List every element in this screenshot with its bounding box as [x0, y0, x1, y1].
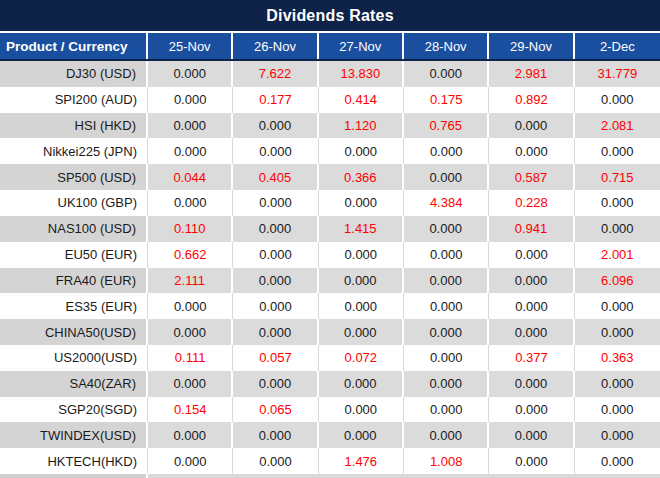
col-header-date: 26-Nov	[233, 33, 318, 59]
dividend-value-cell: 2.981	[489, 61, 574, 87]
col-header-date: 28-Nov	[404, 33, 489, 59]
page-title: Dividends Rates	[266, 7, 393, 25]
dividend-value-cell: 0.892	[489, 87, 574, 113]
product-cell: SA40(ZAR)	[0, 371, 148, 397]
dividend-value-cell: 0.000	[404, 371, 489, 397]
dividend-value-cell: 0.000	[233, 422, 318, 448]
dividend-value-cell: 0.057	[233, 345, 318, 371]
dividend-value-cell: 0.000	[404, 61, 489, 87]
dividend-value-cell: 0.000	[489, 397, 574, 423]
dividend-value-cell: 1.476	[319, 448, 404, 474]
table-row: SA40(ZAR)0.0000.0000.0000.0000.0000.000	[0, 371, 660, 397]
bottom-sliver-product-col	[0, 474, 148, 478]
dividend-value-cell: 0.000	[319, 293, 404, 319]
dividend-value-cell: 0.000	[404, 216, 489, 242]
dividend-value-cell: 13.830	[319, 61, 404, 87]
dividend-value-cell: 0.000	[233, 319, 318, 345]
table-row: EU50 (EUR)0.6620.0000.0000.0000.0002.001	[0, 242, 660, 268]
dividend-value-cell: 0.000	[489, 268, 574, 294]
dividend-value-cell: 0.405	[233, 164, 318, 190]
dividend-value-cell: 0.000	[148, 293, 233, 319]
dividend-value-cell: 0.000	[575, 293, 660, 319]
dividend-value-cell: 0.000	[319, 268, 404, 294]
table-row: DJ30 (USD)0.0007.62213.8300.0002.98131.7…	[0, 61, 660, 87]
dividend-value-cell: 1.415	[319, 216, 404, 242]
dividend-value-cell: 0.363	[575, 345, 660, 371]
dividend-value-cell: 0.000	[233, 268, 318, 294]
col-header-date: 27-Nov	[319, 33, 404, 59]
dividend-value-cell: 0.000	[148, 319, 233, 345]
product-cell: EU50 (EUR)	[0, 242, 148, 268]
dividend-value-cell: 0.000	[575, 397, 660, 423]
dividend-value-cell: 0.000	[233, 138, 318, 164]
bottom-sliver-data-cols	[148, 474, 660, 478]
dividend-value-cell: 0.000	[489, 113, 574, 139]
dividend-value-cell: 0.111	[148, 345, 233, 371]
dividend-value-cell: 0.000	[148, 371, 233, 397]
dividend-value-cell: 0.000	[404, 397, 489, 423]
title-bar: Dividends Rates	[0, 0, 660, 33]
dividend-value-cell: 0.000	[575, 216, 660, 242]
product-cell: SGP20(SGD)	[0, 397, 148, 423]
dividend-value-cell: 0.000	[148, 61, 233, 87]
bottom-edge-sliver	[0, 474, 660, 478]
col-header-product-currency: Product / Currency	[0, 33, 148, 59]
dividend-value-cell: 4.384	[404, 190, 489, 216]
dividend-value-cell: 0.000	[489, 319, 574, 345]
table-row: UK100 (GBP)0.0000.0000.0004.3840.2280.00…	[0, 190, 660, 216]
dividend-value-cell: 2.111	[148, 268, 233, 294]
dividend-value-cell: 0.000	[575, 371, 660, 397]
dividend-value-cell: 0.715	[575, 164, 660, 190]
dividend-value-cell: 0.000	[404, 268, 489, 294]
dividend-value-cell: 0.941	[489, 216, 574, 242]
dividend-value-cell: 0.000	[489, 293, 574, 319]
table-row: SPI200 (AUD)0.0000.1770.4140.1750.8920.0…	[0, 87, 660, 113]
table-row: TWINDEX(USD)0.0000.0000.0000.0000.0000.0…	[0, 422, 660, 448]
table-row: SGP20(SGD)0.1540.0650.0000.0000.0000.000	[0, 397, 660, 423]
product-cell: NAS100 (USD)	[0, 216, 148, 242]
dividend-value-cell: 0.000	[319, 190, 404, 216]
header-row: Product / Currency 25-Nov26-Nov27-Nov28-…	[0, 33, 660, 61]
dividend-value-cell: 0.044	[148, 164, 233, 190]
product-cell: TWINDEX(USD)	[0, 422, 148, 448]
dividend-value-cell: 0.000	[489, 422, 574, 448]
dividend-value-cell: 0.000	[233, 113, 318, 139]
dividend-value-cell: 6.096	[575, 268, 660, 294]
dividend-value-cell: 0.000	[233, 371, 318, 397]
table-body: DJ30 (USD)0.0007.62213.8300.0002.98131.7…	[0, 61, 660, 474]
dividend-value-cell: 0.154	[148, 397, 233, 423]
dividend-value-cell: 0.000	[575, 190, 660, 216]
dividend-value-cell: 0.000	[233, 293, 318, 319]
dividend-value-cell: 0.377	[489, 345, 574, 371]
table-row: US2000(USD)0.1110.0570.0720.0000.3770.36…	[0, 345, 660, 371]
product-cell: SP500 (USD)	[0, 164, 148, 190]
table-row: CHINA50(USD)0.0000.0000.0000.0000.0000.0…	[0, 319, 660, 345]
dividend-value-cell: 0.000	[489, 371, 574, 397]
dividend-value-cell: 0.000	[489, 448, 574, 474]
dividend-value-cell: 0.072	[319, 345, 404, 371]
dividend-value-cell: 0.000	[404, 138, 489, 164]
dividend-value-cell: 0.000	[148, 422, 233, 448]
dividend-value-cell: 1.120	[319, 113, 404, 139]
table-row: HSI (HKD)0.0000.0001.1200.7650.0002.081	[0, 113, 660, 139]
dividend-value-cell: 0.228	[489, 190, 574, 216]
dividend-value-cell: 7.622	[233, 61, 318, 87]
dividend-value-cell: 0.000	[575, 422, 660, 448]
table-row: Nikkei225 (JPN)0.0000.0000.0000.0000.000…	[0, 138, 660, 164]
dividend-value-cell: 0.000	[319, 138, 404, 164]
dividend-value-cell: 0.000	[489, 242, 574, 268]
dividend-value-cell: 0.000	[233, 242, 318, 268]
dividend-value-cell: 0.177	[233, 87, 318, 113]
product-cell: UK100 (GBP)	[0, 190, 148, 216]
dividend-value-cell: 0.366	[319, 164, 404, 190]
dividend-value-cell: 0.000	[148, 138, 233, 164]
product-cell: DJ30 (USD)	[0, 61, 148, 87]
dividend-value-cell: 31.779	[575, 61, 660, 87]
product-cell: CHINA50(USD)	[0, 319, 148, 345]
dividend-value-cell: 0.000	[404, 293, 489, 319]
table-row: NAS100 (USD)0.1100.0001.4150.0000.9410.0…	[0, 216, 660, 242]
product-cell: FRA40 (EUR)	[0, 268, 148, 294]
dividend-value-cell: 0.000	[233, 216, 318, 242]
dividends-rates-table: Dividends Rates Product / Currency 25-No…	[0, 0, 660, 478]
dividend-value-cell: 0.000	[148, 448, 233, 474]
